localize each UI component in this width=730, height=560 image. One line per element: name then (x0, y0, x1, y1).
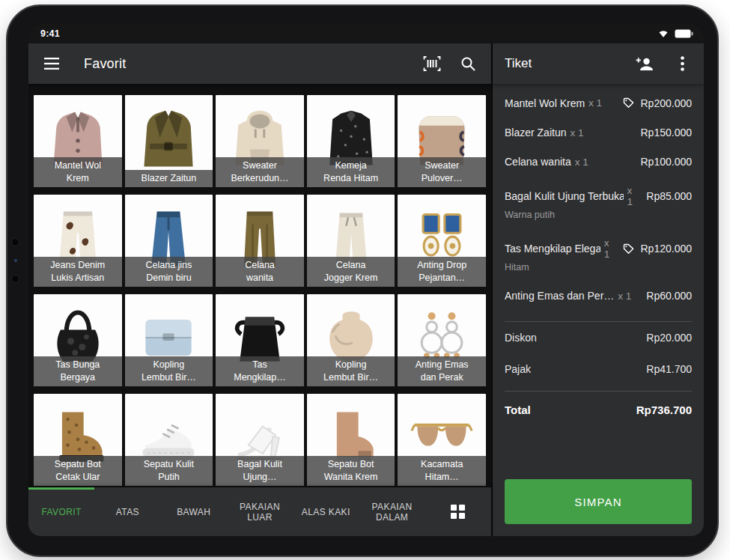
ticket-item[interactable]: Blazer Zaitun x 1 Rp150.000 (505, 118, 692, 147)
save-button[interactable]: SIMPAN (505, 479, 692, 524)
kebab-menu-icon (681, 56, 684, 71)
product-tile-label: Sweater Berkerudun… (216, 157, 304, 187)
product-tile-label: Mantel Wol Krem (34, 157, 122, 187)
ticket-item-price: Rp200.000 (640, 97, 692, 109)
product-tile[interactable]: Tas Mengkilap… (216, 294, 304, 386)
screen: 9:41 (28, 24, 704, 536)
product-tile-label: Sepatu Bot Wanita Krem (307, 456, 395, 486)
ticket-title: Tiket (505, 56, 532, 71)
product-tile[interactable]: Jeans Denim Lukis Artisan (34, 195, 122, 287)
ticket-item[interactable]: Mantel Wol Krem x 1 Rp200.000 (505, 88, 692, 118)
ticket-footer: SIMPAN (493, 479, 704, 536)
ticket-item-qty: x 1 (575, 156, 588, 168)
ticket-item-price: Rp120.000 (640, 243, 692, 255)
product-tile-label: Kemeja Renda Hitam (307, 157, 395, 187)
summary-label: Diskon (505, 332, 537, 344)
product-tile[interactable]: Sepatu Bot Wanita Krem (307, 394, 395, 486)
grid-view-tab[interactable] (425, 487, 491, 536)
ticket-item-name: Bagal Kulit Ujung Terbuka (505, 190, 624, 202)
summary-value: Rp20.000 (646, 332, 692, 344)
category-tab-bar: FAVORITATASBAWAHPAKAIAN LUARALAS KAKIPAK… (28, 487, 491, 536)
category-tab-pakaian-luar[interactable]: PAKAIAN LUAR (227, 487, 293, 536)
product-tile-label: Celana wanita (216, 257, 304, 287)
page: 9:41 (0, 0, 730, 560)
ticket-item[interactable]: Tas Mengkilap Elegan x 1 Rp120.000 Hitam (505, 229, 692, 281)
ticket-item-price: Rp100.000 (640, 156, 692, 168)
add-customer-button[interactable] (635, 54, 654, 73)
total-label: Total (505, 404, 531, 416)
product-tile[interactable]: Sweater Berkerudun… (216, 95, 304, 187)
camera-sensor-icon (14, 259, 17, 262)
ticket-total-row: Total Rp736.700 (505, 392, 692, 428)
ticket-item[interactable]: Celana wanita x 1 Rp100.000 (505, 147, 692, 177)
product-tile-label: Sepatu Bot Cetak Ular (34, 456, 122, 486)
product-tile[interactable]: Anting Drop Pejantan… (398, 195, 486, 287)
status-time: 9:41 (28, 28, 60, 39)
ticket-summary-row-pajak: Pajak Rp41.700 (505, 353, 692, 385)
product-tile[interactable]: Sweater Pulover… (398, 95, 486, 187)
ticket-item-price: Rp85.000 (646, 190, 692, 202)
barcode-scan-icon (423, 56, 441, 71)
product-tile-label: Sepatu Kulit Putih (125, 456, 213, 486)
product-tile[interactable]: Celana jins Demin biru (125, 195, 213, 287)
product-tile[interactable]: Kacamata Hitam… (398, 394, 486, 486)
ticket-item-name: Tas Mengkilap Elegan (505, 243, 600, 255)
product-tile[interactable]: Celana Jogger Krem (307, 195, 395, 287)
product-tile[interactable]: Mantel Wol Krem (34, 95, 122, 187)
category-tab-pakaian-dalam[interactable]: PAKAIAN DALAM (359, 487, 425, 536)
product-tile[interactable]: Tas Bunga Bergaya (34, 294, 122, 386)
category-tab-alas-kaki[interactable]: ALAS KAKI (293, 487, 359, 536)
ticket-item-list: Mantel Wol Krem x 1 Rp200.000 Blazer Zai… (493, 84, 704, 428)
product-tile[interactable]: Kopling Lembut Bir… (307, 294, 395, 386)
ticket-item-note: Hitam (505, 262, 692, 273)
summary-value: Rp41.700 (646, 363, 692, 375)
ticket-item-name: Blazer Zaitun (505, 127, 566, 139)
ticket-item-name: Celana wanita (505, 156, 571, 168)
product-tile-label: Bagal Kulit Ujung… (216, 456, 304, 486)
search-icon (460, 56, 476, 72)
product-tile-label: Kopling Lembut Bir… (307, 356, 395, 386)
category-tab-bawah[interactable]: BAWAH (161, 487, 227, 536)
ticket-menu-button[interactable] (672, 54, 692, 73)
product-tile[interactable]: Anting Emas dan Perak (398, 294, 486, 386)
discount-tag-icon (622, 243, 635, 255)
category-tab-atas[interactable]: ATAS (94, 487, 160, 536)
product-tile[interactable]: Sepatu Bot Cetak Ular (34, 394, 122, 486)
category-tab-favorit[interactable]: FAVORIT (28, 487, 94, 536)
product-tile-label: Sweater Pulover… (398, 157, 486, 187)
product-tile[interactable]: Sepatu Kulit Putih (125, 394, 213, 486)
ticket-item-name: Anting Emas dan Per… (505, 290, 614, 302)
ticket-item[interactable]: Bagal Kulit Ujung Terbuka x 1 Rp85.000 W… (505, 177, 692, 229)
ticket-item-qty: x 1 (570, 127, 583, 139)
search-button[interactable] (458, 54, 478, 73)
ticket-summary-row-diskon: Diskon Rp20.000 (505, 322, 692, 353)
status-bar: 9:41 (28, 24, 704, 43)
page-title: Favorit (84, 56, 126, 72)
app-toolbar: Favorit (28, 43, 491, 84)
product-tile[interactable]: Celana wanita (216, 195, 304, 287)
wifi-icon (657, 29, 669, 38)
product-tile[interactable]: Kopling Lembut Bir… (125, 294, 213, 386)
battery-icon (675, 29, 693, 38)
product-tile-label: Kopling Lembut Bir… (125, 356, 213, 386)
product-tile-label: Tas Bunga Bergaya (34, 356, 122, 386)
barcode-scan-button[interactable] (422, 54, 442, 73)
front-camera-icon (12, 276, 19, 282)
ticket-summary: Diskon Rp20.000 Pajak Rp41.700 (505, 322, 692, 385)
product-tile-label: Blazer Zaitun (125, 170, 213, 188)
ticket-item[interactable]: Anting Emas dan Per… x 1 Rp60.000 (505, 281, 692, 311)
catalog-panel: Favorit (28, 43, 491, 536)
discount-tag-icon (622, 97, 635, 109)
menu-button[interactable] (42, 54, 61, 73)
grid-view-icon (451, 505, 465, 519)
product-tile-label: Tas Mengkilap… (216, 356, 304, 386)
product-tile[interactable]: Kemeja Renda Hitam (307, 95, 395, 187)
ticket-item-note: Warna putih (505, 210, 692, 220)
ticket-panel: Tiket (493, 43, 704, 536)
product-tile-label: Kacamata Hitam… (398, 456, 486, 486)
ticket-item-name: Mantel Wol Krem (505, 97, 585, 109)
category-tabs: FAVORITATASBAWAHPAKAIAN LUARALAS KAKIPAK… (28, 487, 425, 536)
product-tile[interactable]: Bagal Kulit Ujung… (216, 394, 304, 486)
product-tile[interactable]: Blazer Zaitun (125, 95, 213, 187)
person-add-icon (636, 56, 654, 71)
